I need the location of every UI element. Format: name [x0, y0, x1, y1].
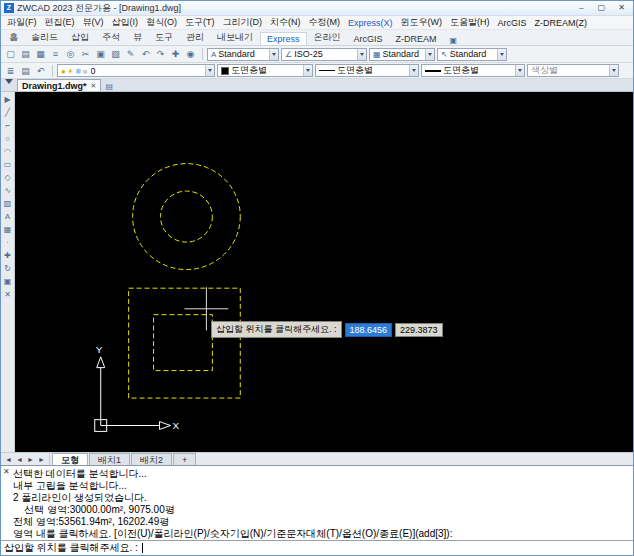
layer-properties-icon[interactable]: ≣	[3, 64, 18, 78]
command-history[interactable]: ✕ 선택한 데이터를 분석합니다...내부 고립을 분석합니다...2 폴리라인…	[1, 465, 633, 540]
layer-states-icon[interactable]: ▤	[18, 64, 33, 78]
match-properties-icon[interactable]: ✎	[123, 47, 138, 61]
point-icon[interactable]: ·	[2, 237, 14, 249]
paste-icon[interactable]: ▧	[108, 47, 123, 61]
last-layout-icon[interactable]: ►	[36, 456, 47, 463]
linetype-combo[interactable]: 도면층별	[315, 64, 419, 77]
text-style-combo[interactable]: A Standard	[207, 48, 279, 61]
preview-icon[interactable]: ◎	[63, 47, 78, 61]
ribbon-tab[interactable]: 솔리드	[25, 30, 64, 45]
redo-icon[interactable]: ↷	[153, 47, 168, 61]
ribbon-tab-express[interactable]: Express	[260, 32, 307, 45]
menu-item[interactable]: 도구(T)	[181, 16, 219, 29]
ribbon-tab[interactable]: 관리	[180, 30, 210, 45]
zoom-icon[interactable]: ◉	[183, 47, 198, 61]
ribbon-tab[interactable]: 온라인	[308, 30, 347, 45]
menu-item[interactable]: 그리기(D)	[219, 16, 267, 29]
ribbon-tab[interactable]: 내보내기	[211, 30, 259, 45]
ribbon-tab[interactable]: Z-DREAM	[390, 33, 443, 45]
layout-tab-model[interactable]: 모형	[52, 453, 88, 465]
command-close-icon[interactable]: ✕	[3, 468, 10, 476]
move-icon[interactable]: ✚	[2, 250, 14, 262]
chevron-down-icon[interactable]	[269, 49, 278, 60]
command-input-line[interactable]: 삽입할 위치를 클릭해주세요. :	[1, 540, 633, 555]
menu-item[interactable]: 뷰(V)	[79, 16, 108, 29]
first-layout-icon[interactable]: ◄	[3, 456, 14, 463]
chevron-down-icon[interactable]	[497, 49, 506, 60]
polyline-icon[interactable]: ⌐	[2, 120, 14, 132]
minimize-button[interactable]: –	[573, 2, 590, 14]
hatch-icon[interactable]: ▨	[2, 198, 14, 210]
cut-icon[interactable]: ✂	[78, 47, 93, 61]
titlebar: Z ZWCAD 2023 전문가용 - [Drawing1.dwg] – ▢ ✕	[1, 1, 633, 16]
dynamic-input-x-field[interactable]: 188.6456	[345, 323, 393, 337]
menu-item[interactable]: 윈도우(W)	[397, 16, 447, 29]
table-style-icon: ▦	[373, 50, 381, 59]
chevron-down-icon[interactable]	[205, 65, 214, 76]
layout-tab-add[interactable]: +	[173, 453, 196, 465]
maximize-button[interactable]: ▢	[593, 2, 610, 14]
spline-icon[interactable]: ∿	[2, 185, 14, 197]
line-icon[interactable]: ╱	[2, 107, 14, 119]
menu-item-express[interactable]: Express(X)	[344, 18, 397, 28]
ribbon-tab[interactable]: 주석	[96, 30, 126, 45]
erase-icon[interactable]: ✕	[2, 289, 14, 301]
table-icon[interactable]: ▦	[2, 224, 14, 236]
ribbon-tab[interactable]: 홈	[3, 30, 24, 45]
copy-icon[interactable]: ▣	[2, 276, 14, 288]
polygon-icon[interactable]: ◇	[2, 172, 14, 184]
layout-tab-layout1[interactable]: 배치1	[89, 453, 130, 465]
doc-list-dropdown-icon[interactable]	[5, 79, 13, 88]
chevron-down-icon[interactable]	[425, 49, 434, 60]
menu-item[interactable]: 삽입(I)	[108, 16, 143, 29]
menu-item[interactable]: Z-DREAM(Z)	[531, 18, 592, 28]
pan-icon[interactable]: ✚	[168, 47, 183, 61]
plot-icon[interactable]: ≡	[48, 47, 63, 61]
next-layout-icon[interactable]: ►	[25, 456, 36, 463]
new-document-icon[interactable]: ▤	[105, 82, 113, 91]
arc-icon[interactable]: ◠	[2, 146, 14, 158]
chevron-down-icon[interactable]	[409, 65, 418, 76]
text-icon[interactable]: A	[2, 211, 14, 223]
prev-layout-icon[interactable]: ◄	[14, 456, 25, 463]
chevron-down-icon[interactable]	[609, 65, 618, 76]
chevron-down-icon[interactable]	[357, 49, 366, 60]
mleader-style-combo[interactable]: ↖ Standard	[437, 48, 507, 61]
rotate-icon[interactable]: ↻	[2, 263, 14, 275]
dynamic-input-y-field[interactable]: 229.3873	[395, 323, 443, 337]
ribbon-tab[interactable]: 뷰	[127, 30, 148, 45]
drawing-canvas[interactable]: Y X 삽입할 위치를 클릭해주세요. : 188.6456 229.3873	[15, 92, 633, 452]
open-icon[interactable]: ▤	[18, 47, 33, 61]
ribbon-tab[interactable]: ArcGIS	[348, 33, 389, 45]
menu-item[interactable]: 수정(M)	[305, 16, 345, 29]
color-combo[interactable]: 도면층별	[217, 64, 313, 77]
chevron-down-icon[interactable]	[515, 65, 524, 76]
layout-tab-layout2[interactable]: 배치2	[131, 453, 172, 465]
copy-icon[interactable]: ▣	[93, 47, 108, 61]
menu-item[interactable]: 도움말(H)	[446, 16, 494, 29]
menu-item[interactable]: 치수(N)	[266, 16, 305, 29]
menu-item[interactable]: 편집(E)	[41, 16, 79, 29]
menu-item[interactable]: 파일(F)	[3, 16, 41, 29]
undo-icon[interactable]: ↶	[138, 47, 153, 61]
new-icon[interactable]: ▢	[3, 47, 18, 61]
rectangle-icon[interactable]: ▭	[2, 159, 14, 171]
chevron-down-icon[interactable]	[303, 65, 312, 76]
dim-style-combo[interactable]: ∠ ISO-25	[281, 48, 367, 61]
select-icon[interactable]: ▶	[2, 94, 14, 106]
layer-combo[interactable]: ●☀❄■ 0	[57, 64, 215, 77]
menu-item[interactable]: ArcGIS	[494, 18, 531, 28]
save-icon[interactable]: ▦	[33, 47, 48, 61]
ribbon-tab[interactable]: 삽입	[65, 30, 95, 45]
table-style-combo[interactable]: ▦ Standard	[369, 48, 435, 61]
close-icon[interactable]: ✕	[91, 82, 97, 90]
ribbon-style-icon[interactable]: ▣	[447, 36, 461, 45]
document-tab[interactable]: Drawing1.dwg* ✕	[17, 79, 101, 91]
menu-item[interactable]: 형식(O)	[142, 16, 181, 29]
close-button[interactable]: ✕	[613, 2, 630, 14]
layer-previous-icon[interactable]: ↶	[33, 64, 48, 78]
lineweight-combo[interactable]: 도면층별	[421, 64, 525, 77]
plot-style-combo[interactable]: 색상별	[527, 64, 619, 77]
circle-icon[interactable]: ○	[2, 133, 14, 145]
ribbon-tab[interactable]: 도구	[149, 30, 179, 45]
